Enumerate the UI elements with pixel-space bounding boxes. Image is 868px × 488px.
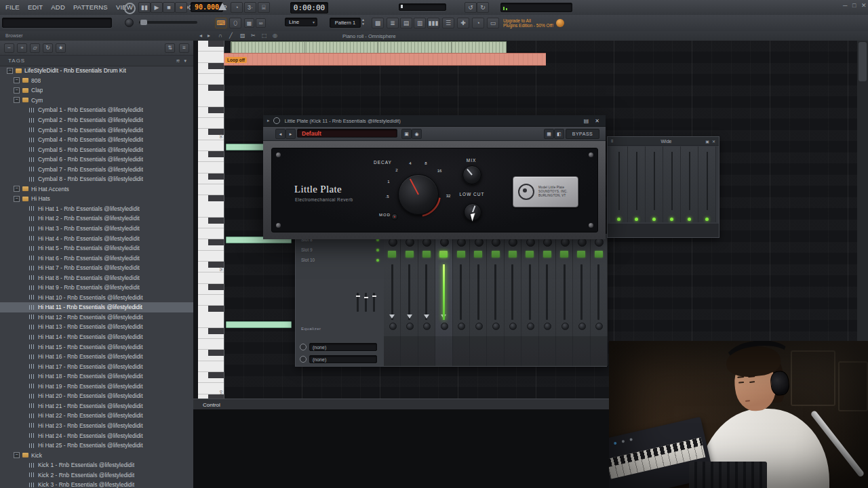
- browser-tree-item[interactable]: Cymbal 8 - Rnb Essentials @lifestyledidi…: [0, 174, 193, 184]
- playback-position-bar[interactable]: [399, 3, 446, 11]
- browser-tree-item[interactable]: Hi Hat 18 - Rnb Essentials @lifestyledid…: [0, 371, 193, 382]
- piano-roll-icon[interactable]: ▤: [400, 18, 412, 28]
- achievement-icon[interactable]: [556, 19, 564, 27]
- browser-tree-item[interactable]: Hi Hat 25 - Rnb Essentials @lifestyledid…: [0, 441, 193, 451]
- stereo-sep-knob[interactable]: [458, 323, 465, 330]
- browser-tree-item[interactable]: Hi Hat 14 - Rnb Essentials @lifestyledid…: [0, 332, 193, 342]
- menu-item[interactable]: ADD: [47, 0, 69, 14]
- stereo-sep-knob[interactable]: [389, 323, 397, 330]
- vertical-scrollbar[interactable]: [857, 41, 868, 342]
- plugin-titlebar[interactable]: ▸ Little Plate (Kick 11 - Rnb Essentials…: [263, 115, 606, 127]
- piano-keyboard[interactable]: 06 05 04: [198, 41, 224, 400]
- track-led[interactable]: [474, 251, 482, 258]
- browser-tree-item[interactable]: Hi Hat 5 - Rnb Essentials @lifestyledidi…: [0, 243, 193, 253]
- browser-tree-item[interactable]: Hi Hat 24 - Rnb Essentials @lifestyledid…: [0, 430, 193, 441]
- track-led[interactable]: [457, 251, 465, 258]
- sort-icon[interactable]: ⇅: [165, 43, 175, 53]
- countdown-icon[interactable]: 3·: [244, 2, 256, 13]
- track-led[interactable]: [388, 251, 396, 258]
- browser-tree-item[interactable]: Hi Hat 8 - Rnb Essentials @lifestyledidi…: [0, 272, 193, 283]
- minimize-button[interactable]: ─: [843, 2, 847, 9]
- tags-filter-icon[interactable]: ≋: [176, 58, 180, 64]
- browser-tree-item[interactable]: Hi Hat 7 - Rnb Essentials @lifestyledidi…: [0, 263, 193, 273]
- mixer-strip[interactable]: [663, 146, 681, 222]
- note-clip[interactable]: [226, 321, 292, 328]
- browser-tree-item[interactable]: Cymbal 7 - Rnb Essentials @lifestyledidi…: [0, 164, 193, 174]
- close-icon[interactable]: ✕: [712, 139, 715, 144]
- fader-track[interactable]: [707, 152, 708, 210]
- typing-to-piano-icon[interactable]: ⌨: [215, 18, 227, 28]
- paint-tool-icon[interactable]: ▨: [240, 33, 245, 39]
- stereo-sep-knob[interactable]: [527, 323, 534, 330]
- record-button[interactable]: ●: [175, 2, 187, 13]
- browser-tree-item[interactable]: Hi Hat 23 - Rnb Essentials @lifestyledid…: [0, 421, 193, 431]
- stereo-sep-knob[interactable]: [423, 323, 431, 330]
- fader-track[interactable]: [689, 152, 690, 210]
- detach-arrow-icon[interactable]: ▸: [267, 118, 270, 123]
- browser-tree-item[interactable]: Hi Hat 11 - Rnb Essentials @lifestyledid…: [0, 302, 193, 312]
- audio-output-select[interactable]: (none): [309, 355, 377, 363]
- step-edit-icon[interactable]: ▦: [244, 18, 254, 28]
- browser-tree-item[interactable]: − Hi Hat Accents: [0, 184, 193, 195]
- slot-enable-led[interactable]: [376, 259, 379, 262]
- expand-toggle-icon[interactable]: −: [14, 452, 20, 458]
- browser-tree-item[interactable]: Kick 2 - Rnb Essentials @lifestyledidit: [0, 470, 193, 480]
- browser-tree-item[interactable]: Hi Hat 16 - Rnb Essentials @lifestyledid…: [0, 352, 193, 362]
- browser-tree-item[interactable]: Hi Hat 2 - Rnb Essentials @lifestyledidi…: [0, 214, 193, 224]
- track-led[interactable]: [492, 251, 500, 258]
- zoom-tool-icon[interactable]: ◎: [273, 33, 277, 39]
- stereo-sep-knob[interactable]: [578, 323, 586, 330]
- effect-slot[interactable]: Slot 9: [296, 245, 384, 255]
- track-led[interactable]: [406, 251, 414, 258]
- mixer-strip[interactable]: [681, 146, 698, 222]
- eq-band-handle[interactable]: [364, 297, 368, 298]
- browser-tree-item[interactable]: Hi Hat 17 - Rnb Essentials @lifestyledid…: [0, 361, 193, 371]
- touch-controller-icon[interactable]: ▭: [487, 18, 499, 28]
- fader-track[interactable]: [618, 152, 620, 210]
- effect-slot[interactable]: Slot 10: [296, 255, 384, 265]
- plugin-close-icon[interactable]: ✕: [595, 118, 599, 124]
- fader-track[interactable]: [564, 264, 566, 320]
- slot-enable-led[interactable]: [376, 249, 379, 251]
- browser-tree-item[interactable]: Hi Hat 6 - Rnb Essentials @lifestyledidi…: [0, 253, 193, 263]
- expand-toggle-icon[interactable]: −: [7, 68, 13, 74]
- mixer-strip[interactable]: [698, 146, 716, 222]
- master-volume-knob[interactable]: [125, 18, 134, 27]
- window-menu-icon[interactable]: ≡: [611, 139, 614, 143]
- fader-track[interactable]: [636, 152, 637, 210]
- mixer-strip[interactable]: [610, 146, 628, 222]
- fader-track[interactable]: [477, 264, 479, 320]
- fader-handle[interactable]: [389, 314, 395, 319]
- master-pitch-slider[interactable]: [139, 21, 197, 24]
- browser-tree-item[interactable]: Hi Hat 4 - Rnb Essentials @lifestyledidi…: [0, 233, 193, 243]
- browser-toggle-icon[interactable]: ☰: [442, 18, 454, 28]
- compare-icon[interactable]: ◧: [554, 129, 564, 139]
- browser-tree-item[interactable]: Hi Hat 1 - Rnb Essentials @lifestyledidi…: [0, 204, 193, 214]
- mixer-wide-titlebar[interactable]: ≡ Wide ▣ ✕: [608, 137, 719, 146]
- track-led[interactable]: [526, 251, 534, 258]
- stop-button[interactable]: ■: [163, 2, 175, 13]
- browser-tree-item[interactable]: Cymbal 5 - Rnb Essentials @lifestyledidi…: [0, 144, 193, 155]
- preset-grid-icon[interactable]: ▦: [544, 129, 554, 139]
- fader-track[interactable]: [425, 264, 427, 320]
- track-led[interactable]: [509, 251, 517, 258]
- multilink-icon[interactable]: ∞: [256, 18, 266, 28]
- save-preset-icon[interactable]: ▣: [401, 129, 412, 139]
- browser-tree-item[interactable]: Hi Hat 9 - Rnb Essentials @lifestyledidi…: [0, 283, 193, 293]
- channel-rack-icon[interactable]: ▥: [414, 18, 426, 28]
- plugin-picker-icon[interactable]: ✚: [457, 18, 469, 28]
- knob-link-icon[interactable]: ◉: [412, 129, 422, 139]
- browser-menu-icon[interactable]: ≡: [179, 43, 189, 53]
- browser-tree-item[interactable]: Cymbal 3 - Rnb Essentials @lifestyledidi…: [0, 125, 193, 135]
- fader-handle[interactable]: [407, 314, 412, 319]
- menu-item[interactable]: FILE: [1, 0, 24, 14]
- browser-tree-item[interactable]: Kick 1 - Rnb Essentials @lifestyledidit: [0, 460, 193, 470]
- magnet-icon[interactable]: ∩: [218, 33, 222, 39]
- fader-track[interactable]: [391, 264, 393, 320]
- browser-tree-item[interactable]: Hi Hat 10 - Rnb Essentials @lifestyledid…: [0, 293, 193, 303]
- slice-tool-icon[interactable]: ✂: [251, 33, 256, 39]
- browser-tree-item[interactable]: Hi Hat 13 - Rnb Essentials @lifestyledid…: [0, 322, 193, 332]
- browser-tree-item[interactable]: Kick 3 - Rnb Essentials @lifestyledidit: [0, 480, 193, 488]
- mix-knob[interactable]: [462, 165, 481, 184]
- track-led[interactable]: [560, 251, 568, 258]
